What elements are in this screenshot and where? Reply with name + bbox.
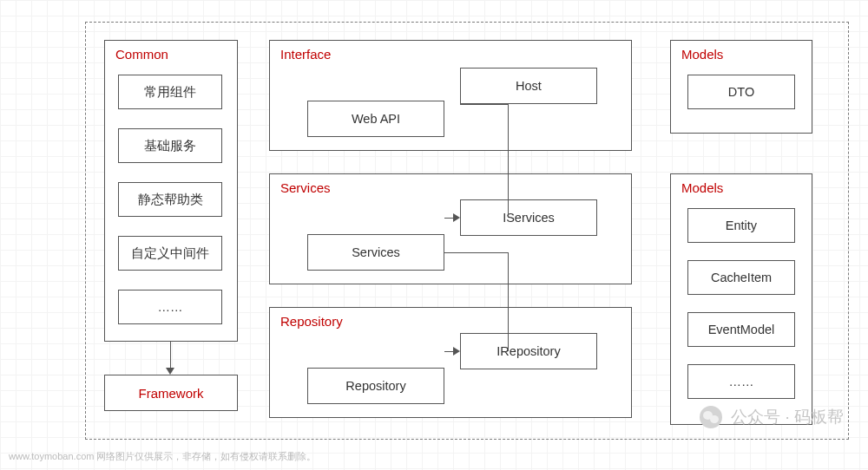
arrow-common-framework — [170, 342, 171, 369]
irepository-box: IRepository — [460, 333, 597, 369]
arrow-services-irepo-v — [508, 252, 509, 351]
common-item-0: 常用组件 — [118, 75, 222, 109]
models1-title: Models — [671, 41, 812, 68]
framework-box: Framework — [104, 375, 238, 411]
services-box: Services — [307, 234, 444, 271]
arrow-webapi-iservices-h — [460, 104, 508, 105]
host-box: Host — [460, 68, 597, 104]
wechat-watermark: 公众号 · 码板帮 — [700, 406, 844, 428]
models2-item-3: …… — [687, 364, 795, 399]
models2-item-2: EventModel — [687, 312, 795, 347]
interface-title: Interface — [270, 41, 631, 68]
webapi-box: Web API — [307, 101, 444, 137]
common-title: Common — [105, 41, 237, 68]
repository-title: Repository — [270, 308, 631, 335]
models2-title: Models — [671, 174, 812, 201]
arrow-services-irepo-h1 — [444, 252, 508, 253]
repository-box: Repository — [307, 368, 444, 404]
dto-box: DTO — [687, 75, 795, 109]
wechat-text: 公众号 · 码板帮 — [731, 406, 844, 428]
framework-label: Framework — [138, 386, 203, 401]
common-item-4: …… — [118, 290, 222, 324]
arrowhead-common-framework — [166, 368, 174, 375]
common-item-3: 自定义中间件 — [118, 236, 222, 271]
arrowhead-services-iservices — [453, 213, 460, 222]
common-item-1: 基础服务 — [118, 128, 222, 163]
common-item-2: 静态帮助类 — [118, 182, 222, 217]
iservices-box: IServices — [460, 199, 597, 236]
models2-item-0: Entity — [687, 208, 795, 243]
arrowhead-repo-irepo — [453, 347, 460, 356]
arrow-webapi-iservices-v — [508, 104, 509, 218]
services-title: Services — [270, 174, 631, 201]
site-watermark: www.toymoban.com 网络图片仅供展示，非存储，如有侵权请联系删除。 — [9, 450, 316, 463]
models2-item-1: CacheItem — [687, 260, 795, 295]
wechat-icon — [700, 406, 722, 428]
